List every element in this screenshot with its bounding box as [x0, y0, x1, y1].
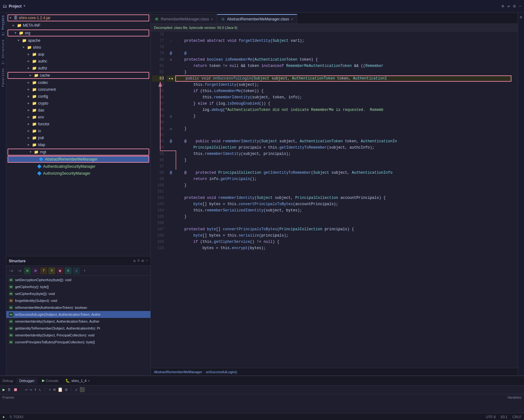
tab-close-abstract-rm[interactable]: ×: [291, 17, 293, 21]
sidebar-item-favorites[interactable]: Favorites: [1, 68, 5, 87]
struct-item-forget-identity[interactable]: m forgetIdentity(Subject): void: [6, 297, 150, 304]
tab-close-remember-me[interactable]: ×: [211, 17, 213, 21]
debug-btn-evaluate[interactable]: ⚡: [49, 387, 51, 392]
collapse-icon[interactable]: −: [146, 259, 148, 263]
tree-item-abstract-rm[interactable]: 🔷 AbstractRememberMeManager: [8, 156, 149, 163]
struct-item-get-cipher-key[interactable]: m getCipherKey(): byte[]: [6, 283, 150, 290]
tab-debugger[interactable]: Debugger: [16, 378, 37, 384]
line-num-106: 106: [152, 220, 164, 226]
code-gutter: ↓ @ ○ ● ◆: [166, 31, 175, 368]
debug-btn-settings[interactable]: ⚙: [65, 387, 67, 392]
struct-item-remember-identity1[interactable]: m rememberIdentity(Subject, Authenticati…: [6, 318, 150, 325]
tab-abstract-rm[interactable]: A AbstractRememberMeManager.class ×: [217, 14, 297, 24]
toggle-orange-btn[interactable]: f: [40, 267, 47, 274]
breadcrumb-class[interactable]: AbstractRememberMeManager: [154, 370, 202, 374]
globe-icon[interactable]: ⊕: [501, 3, 504, 9]
tree-item-io[interactable]: ► 📁 io: [6, 128, 150, 134]
struct-item-set-cipher-key[interactable]: m setCipherKey(byte[]): void: [6, 290, 150, 297]
struct-item-convert-principals[interactable]: m convertPrinciplesToBytes(PrincipalColl…: [6, 339, 150, 346]
tree-item-auth-sec[interactable]: 🔷 AuthenticatingSecurityManager: [6, 163, 150, 170]
session-close[interactable]: ×: [88, 379, 90, 383]
debug-btn-play[interactable]: ▶: [3, 387, 5, 392]
sort2-icon[interactable]: ≡: [137, 259, 139, 263]
gutter-83: ● ◆: [166, 75, 175, 82]
folder-icon-ldap: 📁: [32, 143, 37, 147]
toggle-field-btn[interactable]: Y: [48, 267, 55, 274]
line-num-84: 84: [152, 82, 164, 88]
tab-console[interactable]: ▶ Console: [39, 377, 62, 384]
minimize-icon[interactable]: −: [519, 4, 521, 9]
tree-item-meta-inf[interactable]: ► 📁 META-INF: [6, 22, 150, 29]
debug-btn-into[interactable]: ↪: [30, 387, 32, 392]
debug-btn-stop[interactable]: ⏹: [13, 387, 18, 392]
tree-item-jndi[interactable]: ► 📁 jndi: [6, 134, 150, 141]
breadcrumb-method[interactable]: onSuccessfulLogin(): [206, 370, 237, 374]
tree-item-env[interactable]: ► 📁 env: [6, 114, 150, 121]
debug-btn-mute[interactable]: ⊗: [53, 387, 56, 392]
struct-item-set-decryption[interactable]: m setDecryptionCipherKey(byte[]): void: [6, 276, 150, 283]
debug-btn-pause[interactable]: ⏸: [7, 387, 11, 392]
editor-tabs: R RememberMeManager.class × A AbstractRe…: [151, 13, 518, 24]
struct-item-remember-identity2[interactable]: m rememberIdentity(Subject, PrincipalCol…: [6, 332, 150, 339]
debug-btn-frames[interactable]: ⬛: [79, 387, 85, 392]
settings-icon[interactable]: ⚙: [142, 259, 144, 263]
line-num-107: 107: [152, 226, 164, 232]
expand-all-btn[interactable]: ⬇: [81, 267, 88, 274]
sidebar-item-project[interactable]: 1: Project: [1, 15, 5, 36]
tree-item-authc[interactable]: ► 📁 authc: [6, 58, 150, 65]
top-bar: 🗂 Project ▼ ⊕ ⇌ ⚙ −: [0, 0, 524, 13]
tree-item-org[interactable]: ▼ 📁 org: [8, 30, 149, 36]
sort-alpha-down-btn[interactable]: ↓α: [8, 267, 14, 274]
toggle-public-btn[interactable]: m: [24, 267, 31, 274]
debug-btn-breakpoints[interactable]: 📋: [57, 387, 63, 392]
gear-icon[interactable]: ⚙: [513, 3, 516, 9]
line-num-95: 95: [152, 151, 164, 157]
gutter-89: ⊡: [166, 113, 175, 119]
tree-item-aop[interactable]: ► 📁 aop: [6, 51, 150, 58]
tree-item-auth-z-sec[interactable]: 🔷 AuthorizingSecurityManager: [6, 170, 150, 177]
tree-item-shiro-jar[interactable]: ▼ 🗄 shiro-core-1.2.4.jar: [8, 14, 149, 21]
toggle-protected-btn[interactable]: m: [32, 267, 39, 274]
debug-btn-out[interactable]: ⬇: [34, 387, 37, 392]
tree-item-codec[interactable]: ► 📁 codec: [6, 79, 150, 86]
tab-remember-me-manager[interactable]: R RememberMeManager.class ×: [151, 14, 217, 24]
struct-item-is-remember[interactable]: m isRememberMe(AuthenticationToken): boo…: [6, 304, 150, 311]
sort-alpha-up-btn[interactable]: ↑α: [16, 267, 23, 274]
line-num-94: 94: [152, 145, 164, 151]
debug-btn-over[interactable]: ↩: [25, 387, 28, 392]
tree-item-config[interactable]: ► 📁 config: [6, 93, 150, 100]
tree-item-ldap[interactable]: ► 📁 ldap: [6, 141, 150, 148]
code-editor[interactable]: 76 77 78 79 80 81 82 83 84 85 86 87 88 8…: [151, 31, 518, 368]
struct-item-on-successful[interactable]: m onSuccessfulLogin(Subject, Authenticat…: [6, 311, 150, 318]
status-bar: ● 5: TODO UTF-8 83:1 CRLF: [0, 413, 524, 420]
toggle-inherited-btn[interactable]: ↗: [73, 267, 80, 274]
code-line-107: protected byte[] convertPrincipalsToByte…: [175, 226, 511, 232]
tree-item-apache[interactable]: ▼ 📁 apache: [6, 37, 150, 44]
debug-content: Frames Variables: [0, 394, 524, 413]
tree-item-cache[interactable]: ► 📁 cache: [8, 72, 149, 79]
debug-btn-run-cursor[interactable]: ↖: [39, 387, 41, 392]
frames-section: Frames: [3, 395, 14, 399]
tree-item-crypto[interactable]: ► 📁 crypto: [6, 100, 150, 107]
tree-item-dao[interactable]: ► 📁 dao: [6, 107, 150, 114]
tree-item-mgt[interactable]: ▼ 📁 mgt: [8, 149, 149, 155]
gutter-103: [166, 201, 175, 207]
method-icon-public7: m: [9, 326, 13, 330]
tree-item-shiro[interactable]: ▼ 📁 shiro: [6, 44, 150, 51]
debug-btn-restore[interactable]: ↗: [75, 387, 77, 392]
line-num-109: 109: [152, 239, 164, 245]
right-icon-1[interactable]: ⊞: [520, 15, 522, 19]
tree-item-concurrent[interactable]: ► 📁 concurrent: [6, 86, 150, 93]
struct-item-get-identity[interactable]: m getIdentityToRemember(Subject, Authent…: [6, 325, 150, 332]
sort-icon[interactable]: ⇅: [133, 259, 135, 263]
dropdown-arrow[interactable]: ▼: [24, 4, 25, 8]
split-icon[interactable]: ⇌: [507, 3, 510, 9]
toggle-interface-btn[interactable]: Λ: [65, 267, 72, 274]
tree-item-functor[interactable]: ► 📁 functor: [6, 121, 150, 128]
tree-item-authz[interactable]: ► 📁 authz: [6, 65, 150, 72]
toggle-private-btn[interactable]: ▣: [57, 267, 63, 274]
sidebar-item-structure[interactable]: 2: Structure: [1, 40, 5, 64]
folder-icon-config: 📁: [32, 94, 37, 99]
right-sidebar: ⊞: [518, 13, 524, 375]
session-icon: 🐛: [65, 379, 70, 383]
